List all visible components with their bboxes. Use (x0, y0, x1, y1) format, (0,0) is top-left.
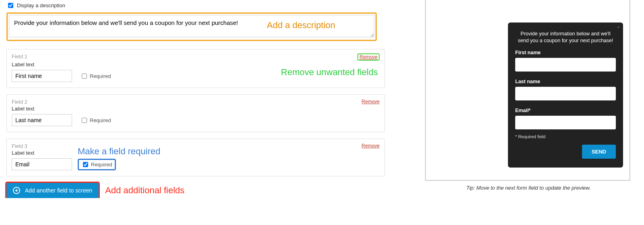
remove-field-link[interactable]: Remove (361, 99, 380, 104)
field-label-input[interactable] (12, 114, 72, 126)
required-checkbox[interactable] (82, 118, 87, 123)
preview-label-last: Last name (515, 79, 616, 84)
field-label-input[interactable] (12, 158, 72, 170)
plus-circle-icon: + (13, 187, 20, 194)
label-text-label: Label text (12, 61, 380, 68)
label-text-label: Label text (12, 150, 380, 156)
annotation-required: Make a field required (78, 146, 160, 157)
preview-input-last[interactable] (515, 87, 616, 100)
field-title: Field 1 (12, 53, 27, 59)
preview-label-first: First name (515, 50, 616, 55)
preview-input-email[interactable] (515, 116, 616, 129)
required-checkbox[interactable] (82, 74, 87, 79)
field-card: Field 3 Remove Make a field required Lab… (6, 139, 385, 176)
field-title: Field 2 (12, 99, 27, 105)
remove-field-link[interactable]: Remove (361, 143, 380, 149)
remove-field-link[interactable]: Remove (357, 53, 380, 61)
label-text-label: Label text (12, 106, 380, 112)
required-checkbox[interactable] (83, 162, 88, 167)
description-textarea[interactable] (9, 15, 374, 37)
add-field-button[interactable]: + Add another field to screen (6, 183, 99, 198)
preview-label-email: Email* (515, 108, 616, 113)
chevron-down-icon[interactable]: ⌄ (617, 24, 619, 29)
annotation-add: Add additional fields (105, 185, 184, 196)
preview-required-note: * Required field (515, 134, 616, 139)
field-label-input[interactable] (12, 70, 72, 82)
required-label: Required (91, 162, 112, 168)
required-label: Required (90, 117, 111, 123)
preview-description: Provide your information below and we'll… (515, 31, 616, 44)
preview-send-button[interactable]: SEND (582, 145, 616, 159)
add-field-label: Add another field to screen (25, 187, 92, 194)
annotation-remove: Remove unwanted fields (281, 67, 378, 78)
field-card: Field 2 Remove Label text Required (6, 94, 385, 132)
field-title: Field 3 (12, 143, 27, 149)
required-label: Required (90, 73, 111, 79)
preview-input-first[interactable] (515, 58, 616, 72)
preview-widget: ⌄ Provide your information below and we'… (508, 22, 623, 168)
preview-frame: ⌄ Provide your information below and we'… (425, 0, 630, 181)
display-description-label: Display a description (17, 2, 65, 8)
field-card: Field 1 Remove Label text Required Remov… (6, 49, 385, 88)
display-description-checkbox[interactable] (8, 3, 13, 8)
description-highlight: Add a description (6, 12, 377, 41)
preview-tip: Tip: Move to the next form field to upda… (427, 185, 630, 191)
